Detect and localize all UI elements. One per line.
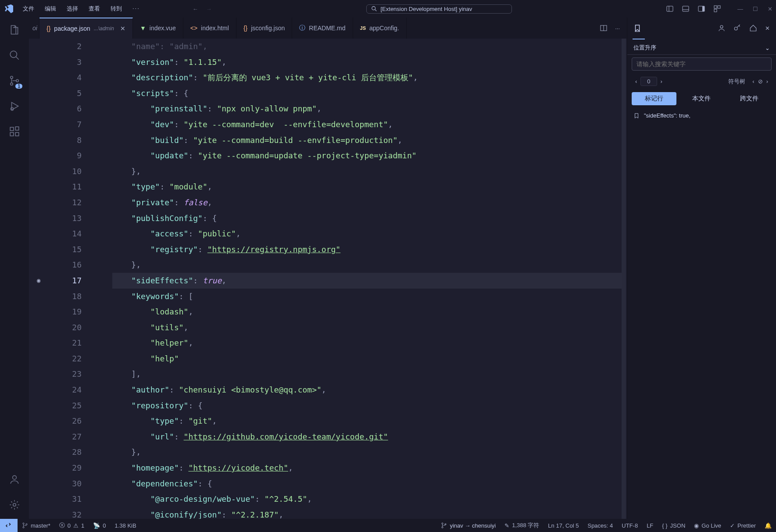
status-repo[interactable]: yinav → chensuiyi bbox=[436, 519, 500, 532]
command-center-title: [Extension Development Host] yinav bbox=[381, 6, 472, 12]
status-port[interactable]: 📡0 bbox=[89, 519, 110, 532]
prev-result-icon[interactable]: ‹ bbox=[635, 78, 637, 85]
svg-line-12 bbox=[16, 57, 19, 60]
menu-more-icon[interactable]: ··· bbox=[128, 3, 144, 14]
menu-view[interactable]: 查看 bbox=[84, 3, 104, 14]
bookmark-icon bbox=[633, 113, 640, 119]
scm-badge: 1 bbox=[15, 84, 22, 89]
remote-indicator[interactable] bbox=[0, 519, 18, 532]
branch-icon bbox=[441, 522, 447, 528]
status-encoding[interactable]: UTF-8 bbox=[617, 519, 642, 532]
next-result-icon[interactable]: › bbox=[661, 78, 662, 85]
vscode-logo-icon bbox=[4, 4, 14, 14]
tab-index-html[interactable]: <>index.html bbox=[183, 18, 236, 39]
svg-point-13 bbox=[11, 76, 13, 79]
svg-line-1 bbox=[375, 10, 376, 11]
prev-icon[interactable]: ‹ bbox=[752, 78, 754, 85]
status-prettier[interactable]: ✓Prettier bbox=[726, 519, 760, 532]
settings-gear-icon[interactable] bbox=[7, 498, 21, 512]
window-close-icon[interactable]: ✕ bbox=[768, 6, 772, 12]
next-icon[interactable]: › bbox=[766, 78, 768, 85]
layout-right-icon[interactable] bbox=[698, 5, 705, 12]
window-maximize-icon[interactable]: ☐ bbox=[753, 6, 758, 12]
tab-appconfig[interactable]: JSappConfig. bbox=[353, 18, 407, 39]
more-actions-icon[interactable]: ··· bbox=[615, 25, 620, 32]
tab-oi[interactable]: oi bbox=[29, 18, 39, 39]
status-golive[interactable]: ◉Go Live bbox=[690, 519, 726, 532]
braces-icon: {} bbox=[243, 25, 247, 32]
minimap[interactable] bbox=[622, 39, 626, 519]
no-entry-icon[interactable]: ⊘ bbox=[758, 78, 763, 85]
tab-close-icon[interactable]: ✕ bbox=[120, 25, 125, 32]
panel-key-icon[interactable] bbox=[733, 24, 741, 32]
status-language[interactable]: { }JSON bbox=[658, 519, 690, 532]
status-bell-icon[interactable]: 🔔 bbox=[760, 519, 776, 532]
nav-forward-icon[interactable]: → bbox=[206, 6, 212, 12]
svg-rect-7 bbox=[702, 6, 704, 11]
panel-close-icon[interactable]: ✕ bbox=[765, 25, 770, 32]
js-icon: JS bbox=[360, 25, 366, 31]
svg-point-26 bbox=[720, 25, 723, 28]
source-control-icon[interactable]: 1 bbox=[7, 74, 21, 88]
svg-point-28 bbox=[23, 523, 24, 524]
chevron-down-icon[interactable]: ⌄ bbox=[765, 45, 770, 51]
nav-back-icon[interactable]: ← bbox=[193, 6, 198, 12]
menu-go[interactable]: 转到 bbox=[106, 3, 126, 14]
tab-label: index.vue bbox=[150, 25, 176, 32]
search-sidebar-icon[interactable] bbox=[7, 48, 21, 62]
window-minimize-icon[interactable]: — bbox=[737, 6, 743, 12]
menu-selection[interactable]: 选择 bbox=[62, 3, 82, 14]
svg-rect-18 bbox=[10, 132, 14, 136]
tab-label: index.html bbox=[201, 25, 229, 32]
run-debug-icon[interactable] bbox=[7, 99, 21, 113]
panel-search-input[interactable] bbox=[632, 57, 772, 71]
status-chars[interactable]: ✎1,388 字符 bbox=[500, 519, 544, 532]
status-problems[interactable]: ⓧ0⚠1 bbox=[55, 519, 89, 532]
info-icon: ⓘ bbox=[299, 24, 305, 32]
scope-marked-lines[interactable]: 标记行 bbox=[632, 92, 676, 105]
tab-jsconfig[interactable]: {}jsconfig.json bbox=[236, 18, 292, 39]
code-content[interactable]: "name": "admin", "version": "1.1.15", "d… bbox=[95, 39, 622, 519]
svg-point-30 bbox=[26, 524, 27, 525]
symbol-tree-label[interactable]: 符号树 bbox=[728, 78, 745, 86]
status-eol[interactable]: LF bbox=[642, 519, 658, 532]
customize-layout-icon[interactable] bbox=[714, 5, 721, 12]
bookmark-result[interactable]: "sideEffects": true, bbox=[627, 108, 776, 123]
scope-this-file[interactable]: 本文件 bbox=[679, 92, 724, 105]
status-indent[interactable]: Spaces: 4 bbox=[583, 519, 617, 532]
layout-bottom-icon[interactable] bbox=[682, 5, 689, 12]
menu-bar: 文件 编辑 选择 查看 转到 ··· bbox=[18, 3, 144, 14]
explorer-icon[interactable] bbox=[7, 23, 21, 37]
extensions-icon[interactable] bbox=[7, 125, 21, 139]
scope-cross-file[interactable]: 跨文件 bbox=[727, 92, 772, 105]
status-branch[interactable]: master* bbox=[18, 519, 55, 532]
code-editor[interactable]: 2345678910111213141516171819202122232425… bbox=[29, 39, 627, 519]
menu-edit[interactable]: 编辑 bbox=[40, 3, 61, 14]
panel-section-header[interactable]: 位置升序 ⌄ bbox=[627, 39, 776, 55]
split-editor-icon[interactable] bbox=[600, 25, 607, 32]
search-icon bbox=[371, 6, 377, 12]
tab-readme[interactable]: ⓘREADME.md bbox=[292, 18, 353, 39]
warning-icon: ⚠ bbox=[73, 522, 79, 529]
svg-rect-19 bbox=[15, 132, 19, 136]
status-filesize[interactable]: 1.38 KiB bbox=[111, 519, 141, 532]
status-cursor-pos[interactable]: Ln 17, Col 5 bbox=[544, 519, 583, 532]
svg-point-29 bbox=[23, 527, 24, 528]
line-gutter: 2345678910111213141516171819202122232425… bbox=[29, 39, 95, 519]
tab-index-vue[interactable]: ▼index.vue bbox=[133, 18, 183, 39]
layout-left-icon[interactable] bbox=[666, 5, 673, 12]
svg-point-11 bbox=[10, 51, 17, 57]
bookmark-panel-icon[interactable] bbox=[633, 24, 641, 32]
svg-point-31 bbox=[442, 523, 443, 524]
result-count: 0 bbox=[640, 77, 657, 86]
panel-account-icon[interactable] bbox=[718, 24, 726, 32]
tab-package-json[interactable]: {} package.json ...\admin ✕ bbox=[39, 18, 133, 39]
menu-file[interactable]: 文件 bbox=[18, 3, 39, 14]
panel-home-icon[interactable] bbox=[749, 24, 757, 32]
accounts-icon[interactable] bbox=[7, 472, 21, 486]
braces-icon: { } bbox=[662, 522, 667, 529]
panel-nav-toolbar: ‹0› 符号树 ‹⊘› bbox=[627, 73, 776, 89]
command-center[interactable]: [Extension Development Host] yinav bbox=[366, 4, 512, 14]
vue-icon: ▼ bbox=[140, 25, 146, 32]
svg-point-21 bbox=[13, 475, 17, 479]
